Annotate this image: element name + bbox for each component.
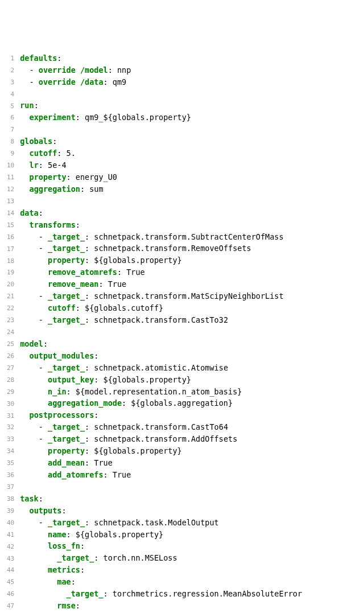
line-number: 13 (7, 196, 14, 206)
yaml-text (20, 184, 29, 194)
line-number: 4 (7, 89, 14, 99)
code-line: 17 - _target_: schnetpack.transform.Remo… (7, 242, 357, 254)
code-line: 36 add_atomrefs: True (7, 469, 357, 481)
line-number: 11 (7, 172, 14, 182)
yaml-key: remove_atomrefs (48, 268, 117, 277)
yaml-key: _target_ (48, 434, 85, 443)
yaml-text: : schnetpack.transform.RemoveOffsets (85, 244, 251, 253)
line-number: 21 (7, 291, 14, 301)
yaml-key: rmse (57, 601, 76, 610)
line-number: 27 (7, 363, 14, 373)
code-line: 1defaults: (7, 52, 357, 64)
line-number: 6 (7, 113, 14, 122)
code-line: 30 aggregation_mode: ${globals.aggregati… (7, 397, 357, 409)
line-number: 16 (7, 232, 14, 242)
code-line: 34 property: ${globals.property} (7, 445, 357, 457)
yaml-text (20, 446, 48, 455)
yaml-key: aggregation_mode (48, 398, 122, 408)
yaml-key: add_atomrefs (48, 470, 104, 479)
yaml-key: _target_ (67, 589, 104, 598)
yaml-text (20, 268, 48, 277)
yaml-text (20, 220, 29, 229)
yaml-text: : schnetpack.transform.CastTo32 (85, 315, 228, 324)
yaml-text (20, 351, 29, 360)
code-line: 20 remove_mean: True (7, 278, 357, 290)
line-number: 29 (7, 387, 14, 397)
yaml-text: : ${globals.property} (85, 256, 182, 265)
yaml-key: remove_mean (48, 279, 98, 289)
code-line: 44 metrics: (7, 564, 357, 576)
code-line: 43 _target_: torch.nn.MSELoss (7, 552, 357, 564)
yaml-text: : ${globals.property} (67, 530, 164, 539)
yaml-text (20, 577, 57, 586)
yaml-text (20, 113, 29, 122)
line-number: 18 (7, 256, 14, 266)
yaml-text: : ${model.representation.n_atom_basis} (67, 387, 242, 396)
code-line: 3 - override /data: qm9 (7, 76, 357, 88)
code-line: 32 - _target_: schnetpack.transform.Cast… (7, 421, 357, 433)
yaml-text: - (20, 315, 48, 324)
yaml-text (20, 601, 57, 610)
code-line: 25model: (7, 338, 357, 350)
yaml-key: name (48, 530, 67, 539)
yaml-text: : True (85, 458, 113, 467)
yaml-key: outputs (30, 506, 62, 515)
line-number: 10 (7, 161, 14, 170)
line-number: 2 (7, 65, 14, 75)
line-number: 12 (7, 184, 14, 194)
code-line: 37 (7, 481, 357, 493)
line-number: 41 (7, 530, 14, 540)
yaml-text (20, 398, 48, 408)
code-line: 21 - _target_: schnetpack.transform.MatS… (7, 290, 357, 302)
code-line: 33 - _target_: schnetpack.transform.AddO… (7, 433, 357, 445)
yaml-key: output_modules (30, 351, 94, 360)
line-number: 14 (7, 208, 14, 218)
yaml-text (20, 172, 29, 182)
yaml-text (20, 553, 57, 562)
code-line: 14data: (7, 207, 357, 219)
line-number: 20 (7, 279, 14, 289)
yaml-text: : 5e-4 (39, 161, 67, 170)
yaml-text: : (94, 351, 98, 360)
yaml-key: defaults (20, 54, 57, 63)
line-number: 1 (7, 54, 14, 63)
code-line: 15 transforms: (7, 219, 357, 231)
yaml-text: : schnetpack.transform.SubtractCenterOfM… (85, 232, 284, 241)
yaml-key: n_in (48, 387, 67, 396)
yaml-text: : (71, 577, 76, 586)
yaml-key: _target_ (48, 518, 85, 527)
yaml-key: experiment (30, 113, 76, 122)
yaml-text: : (43, 339, 48, 348)
yaml-text (20, 589, 66, 598)
yaml-text: : (34, 101, 39, 110)
line-number: 26 (7, 351, 14, 361)
code-line: 42 loss_fn: (7, 540, 357, 552)
yaml-text: - (20, 434, 48, 443)
yaml-text: : (57, 54, 61, 63)
line-number: 35 (7, 458, 14, 468)
code-line: 2 - override /model: nnp (7, 64, 357, 76)
yaml-key: mae (57, 577, 71, 586)
yaml-text: - (20, 65, 39, 75)
yaml-key: transforms (30, 220, 76, 229)
yaml-key: property (48, 446, 85, 455)
yaml-key: _target_ (48, 315, 85, 324)
code-line: 19 remove_atomrefs: True (7, 266, 357, 278)
line-number: 17 (7, 244, 14, 254)
yaml-text: : ${globals.cutoff} (76, 303, 163, 312)
yaml-text: - (20, 244, 48, 253)
code-line: 24 (7, 326, 357, 338)
yaml-text (20, 387, 48, 396)
yaml-text (20, 530, 48, 539)
yaml-key: postprocessors (30, 410, 94, 419)
yaml-text: - (20, 422, 48, 431)
line-number: 3 (7, 77, 14, 87)
code-line: 8globals: (7, 135, 357, 147)
yaml-key: _target_ (57, 553, 94, 562)
yaml-key: metrics (48, 565, 80, 574)
yaml-key: model (20, 339, 43, 348)
line-number: 42 (7, 542, 14, 552)
yaml-text: : (39, 494, 43, 503)
code-line: 27 - _target_: schnetpack.atomistic.Atom… (7, 362, 357, 374)
yaml-key: _target_ (48, 232, 85, 241)
